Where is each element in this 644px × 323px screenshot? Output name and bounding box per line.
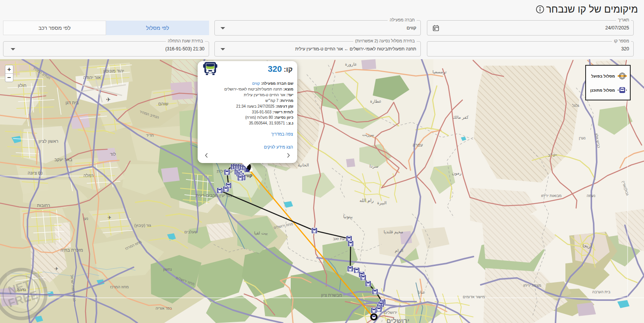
svg-text:רמלה: רמלה — [84, 173, 94, 178]
svg-text:رام الله: رام الله — [359, 198, 374, 203]
svg-text:عارورة: عارورة — [345, 62, 357, 67]
svg-text:מחוז המרכז: מחוז המרכז — [110, 285, 129, 289]
svg-text:بيتونيا: بيتونيا — [343, 214, 353, 219]
svg-text:נען: נען — [84, 216, 88, 221]
svg-text:גלגל: גלגל — [572, 103, 579, 108]
svg-text:مخيم قلنديا: مخيم قلنديا — [383, 229, 403, 234]
svg-text:מבואות יריחו: מבואות יריחו — [541, 194, 562, 198]
svg-text:سردا: سردا — [369, 164, 378, 169]
svg-text:שוהם: שוהם — [158, 102, 168, 106]
svg-text:קווי: קווי — [245, 173, 253, 178]
svg-text:الرام: الرام — [395, 248, 403, 253]
svg-text:חדיד: חדיד — [146, 133, 154, 137]
svg-text:ירושלים: ירושלים — [384, 310, 397, 315]
svg-text:كفر مالك: كفر مالك — [452, 115, 469, 120]
svg-text:נעמה: נעמה — [587, 194, 596, 198]
svg-text:عناتا: عناتا — [418, 290, 425, 294]
svg-text:גדרה: גדרה — [17, 287, 26, 292]
svg-text:الخانية: الخانية — [298, 163, 309, 167]
svg-text:بيرزيت: بيرزيت — [362, 132, 374, 137]
svg-text:ייט״ב: ייט״ב — [548, 153, 557, 157]
svg-text:البيرة: البيرة — [377, 200, 387, 205]
svg-text:✈: ✈ — [108, 215, 111, 220]
svg-text:✈: ✈ — [55, 266, 58, 271]
svg-text:ראשון לציון: ראשון לציון — [39, 139, 58, 144]
svg-text:שעלבים: שעלבים — [184, 230, 197, 234]
svg-text:מצפה יריחו: מצפה יריחו — [523, 283, 541, 287]
svg-text:מישור אדומים: מישור אדומים — [463, 295, 485, 299]
svg-text:بيت لقيا: بيت لقيا — [254, 231, 268, 235]
svg-text:מבשרת ציון: מבשרת ציון — [321, 293, 342, 297]
svg-text:חולון: חולון — [18, 83, 27, 88]
svg-text:לוד: לוד — [110, 152, 116, 157]
svg-text:באר יעקב: באר יעקב — [55, 157, 72, 162]
svg-text:رمون: رمون — [452, 171, 462, 176]
svg-text:מזכרת בתיה: מזכרת בתיה — [60, 248, 83, 252]
svg-text:✈: ✈ — [106, 96, 111, 103]
svg-text:רחובות: רחובות — [37, 203, 50, 208]
svg-text:בית דגן: בית דגן — [66, 100, 79, 105]
svg-text:בית הערבה: בית הערבה — [592, 290, 610, 294]
svg-text:יהוד מונוסון: יהוד מונוסון — [103, 69, 124, 73]
svg-text:ירושלים: ירושלים — [386, 317, 410, 323]
svg-text:גזר (קיבוץ): גזר (קיבוץ) — [134, 223, 151, 228]
svg-text:כפר אוריה: כפר אוריה — [156, 306, 172, 310]
svg-text:נחשון: נחשון — [163, 267, 172, 271]
svg-text:נערן: נערן — [579, 136, 586, 140]
svg-text:עפרה: עפרה — [413, 143, 423, 147]
svg-text:ترمسعيا: ترمسعيا — [433, 69, 447, 74]
svg-text:عطارة: عطارة — [370, 99, 382, 104]
svg-text:أريحا: أريحا — [583, 243, 592, 249]
svg-text:אור יהודה: אור יהודה — [83, 75, 101, 80]
svg-text:נס ציונה: נס ציונה — [27, 171, 42, 175]
